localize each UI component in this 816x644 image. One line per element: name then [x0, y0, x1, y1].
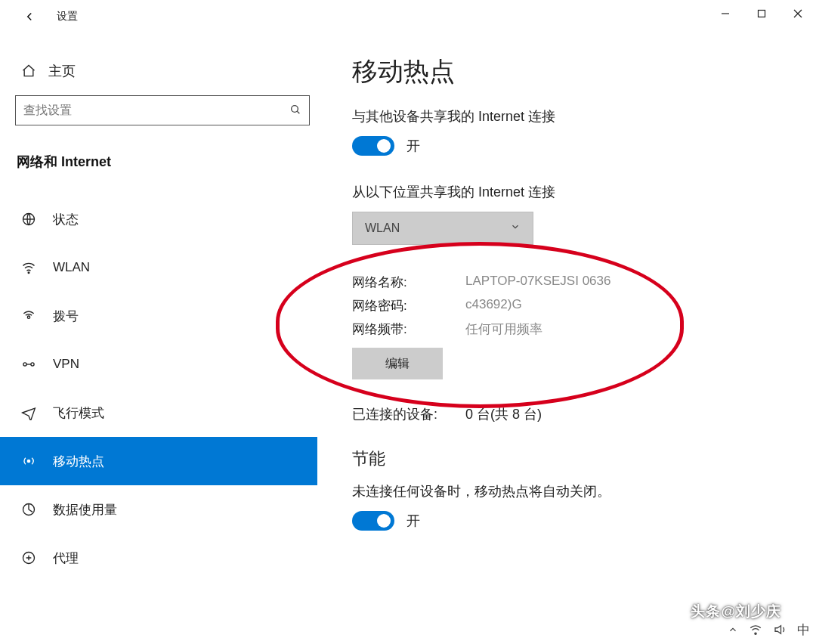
maximize-button[interactable]	[743, 0, 780, 27]
data-icon	[18, 502, 39, 517]
sidebar-item-label: 移动热点	[53, 453, 104, 470]
network-name-value: LAPTOP-07KSEJSI 0636	[465, 274, 610, 291]
sidebar-item-label: 数据使用量	[53, 501, 117, 519]
sidebar-section-title: 网络和 Internet	[15, 153, 317, 171]
network-band-label: 网络频带:	[352, 320, 465, 338]
search-icon	[289, 104, 301, 118]
sidebar-item-label: 飞行模式	[53, 404, 104, 422]
taskbar: 中	[717, 615, 816, 644]
hotspot-icon	[18, 454, 39, 469]
sidebar-item-label: VPN	[53, 357, 79, 372]
network-band-value: 任何可用频率	[465, 320, 542, 338]
page-title: 移动热点	[352, 54, 793, 89]
sidebar-item-label: 拨号	[53, 308, 79, 325]
search-input[interactable]	[23, 104, 289, 117]
power-section-title: 节能	[352, 447, 793, 470]
sidebar-item-label: 状态	[53, 211, 79, 228]
svg-point-10	[31, 363, 34, 366]
globe-icon	[18, 212, 39, 227]
share-from-label: 从以下位置共享我的 Internet 连接	[352, 183, 793, 201]
tray-wifi-icon[interactable]	[749, 623, 762, 636]
sidebar-item-dialup[interactable]: 拨号	[0, 292, 317, 340]
svg-point-14	[755, 633, 756, 634]
sidebar-item-label: 代理	[53, 550, 79, 567]
svg-point-11	[27, 460, 29, 462]
power-toggle[interactable]	[352, 511, 394, 531]
svg-point-4	[292, 105, 298, 112]
dropdown-value: WLAN	[365, 221, 400, 235]
close-button[interactable]	[780, 0, 816, 27]
sidebar-item-proxy[interactable]: 代理	[0, 534, 317, 582]
svg-point-8	[27, 316, 29, 318]
svg-rect-1	[759, 11, 765, 17]
home-label: 主页	[48, 62, 76, 80]
sidebar-item-hotspot[interactable]: 移动热点	[0, 437, 317, 485]
share-toggle[interactable]	[352, 136, 394, 156]
back-button[interactable]	[17, 5, 42, 29]
devices-label: 已连接的设备:	[352, 405, 465, 423]
share-from-dropdown[interactable]: WLAN	[352, 212, 533, 245]
home-icon	[18, 63, 39, 79]
svg-point-9	[23, 363, 26, 366]
edit-button[interactable]: 编辑	[352, 348, 443, 379]
svg-point-7	[28, 272, 29, 274]
sidebar-item-data[interactable]: 数据使用量	[0, 485, 317, 534]
tray-ime[interactable]: 中	[797, 621, 810, 639]
home-link[interactable]: 主页	[15, 56, 317, 95]
power-desc: 未连接任何设备时，移动热点将自动关闭。	[352, 482, 793, 500]
sidebar: 主页 网络和 Internet 状态 WLAN	[0, 33, 317, 615]
network-pass-label: 网络密码:	[352, 297, 465, 314]
power-toggle-state: 开	[406, 512, 420, 530]
airplane-icon	[18, 405, 39, 420]
sidebar-item-wlan[interactable]: WLAN	[0, 243, 317, 292]
vpn-icon	[18, 357, 39, 372]
search-box[interactable]	[15, 95, 310, 125]
content: 移动热点 与其他设备共享我的 Internet 连接 开 从以下位置共享我的 I…	[317, 33, 816, 615]
svg-line-5	[297, 111, 299, 113]
tray-chevron-icon[interactable]	[728, 624, 738, 635]
sidebar-item-airplane[interactable]: 飞行模式	[0, 389, 317, 437]
chevron-down-icon	[510, 221, 521, 235]
devices-value: 0 台(共 8 台)	[465, 405, 542, 423]
proxy-icon	[18, 550, 39, 565]
sidebar-item-vpn[interactable]: VPN	[0, 340, 317, 389]
wifi-icon	[18, 260, 39, 275]
share-toggle-state: 开	[406, 137, 420, 155]
sidebar-item-status[interactable]: 状态	[0, 195, 317, 243]
network-pass-value: c43692)G	[465, 297, 522, 314]
window-title: 设置	[57, 10, 78, 23]
dialup-icon	[18, 308, 39, 324]
tray-sound-icon[interactable]	[773, 623, 787, 636]
network-name-label: 网络名称:	[352, 274, 465, 291]
share-label: 与其他设备共享我的 Internet 连接	[352, 107, 793, 125]
minimize-button[interactable]	[707, 0, 743, 27]
sidebar-item-label: WLAN	[53, 260, 90, 275]
